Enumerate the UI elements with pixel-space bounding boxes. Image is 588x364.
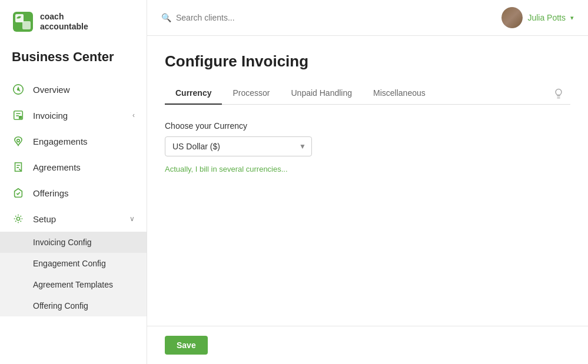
tab-currency[interactable]: Currency [165,82,222,105]
sidebar: coachaccountable Business Center Overvie… [0,0,147,364]
sidebar-subitem-agreement-templates-label: Agreement Templates [33,280,113,289]
form-section: Choose your Currency US Dollar ($) Euro … [165,121,459,174]
sidebar-subitem-engagement-config[interactable]: Engagement Config [0,253,147,274]
logo-text: coachaccountable [40,12,88,32]
sidebar-title: Business Center [0,44,147,76]
page-footer: Save [147,326,588,364]
invoicing-icon [12,109,25,122]
user-chevron-icon: ▾ [570,14,574,22]
tab-miscellaneous[interactable]: Miscellaneous [363,82,436,105]
sidebar-item-agreements-label: Agreements [33,162,135,172]
sidebar-item-offerings[interactable]: Offerings [0,180,147,206]
setup-icon [12,212,25,225]
search-box: 🔍 [161,13,494,22]
user-name: Julia Potts [527,13,566,22]
svg-point-7 [17,139,20,142]
main-content: 🔍 Julia Potts ▾ Configure Invoicing Curr… [147,0,588,364]
sidebar-item-overview[interactable]: Overview [0,76,147,102]
lightbulb-icon-button[interactable] [547,83,570,104]
setup-chevron-icon: ∨ [129,215,135,223]
choose-currency-label: Choose your Currency [165,121,459,131]
offerings-icon [12,186,25,199]
sidebar-logo: coachaccountable [0,0,147,44]
avatar [501,7,523,28]
sidebar-nav: Overview Invoicing ‹ Engagement [0,76,147,364]
sidebar-item-offerings-label: Offerings [33,188,135,198]
sidebar-subitem-offering-config[interactable]: Offering Config [0,295,147,316]
page-inner: Configure Invoicing Currency Processor U… [147,36,588,326]
search-icon: 🔍 [161,13,171,22]
sidebar-subitem-invoicing-config-label: Invoicing Config [33,238,92,247]
lightbulb-icon [553,88,564,99]
sidebar-subitem-agreement-templates[interactable]: Agreement Templates [0,274,147,295]
sidebar-item-engagements[interactable]: Engagements [0,128,147,154]
sidebar-item-setup-label: Setup [33,214,121,224]
sidebar-item-overview-label: Overview [33,85,135,95]
save-button[interactable]: Save [165,336,208,355]
multi-currency-link[interactable]: Actually, I bill in several currencies..… [165,165,288,173]
tabs: Currency Processor Unpaid Handling Misce… [165,82,570,105]
svg-point-8 [16,217,19,220]
currency-select-wrapper: US Dollar ($) Euro (€) British Pound (£)… [165,136,312,156]
svg-rect-6 [19,116,22,119]
user-area[interactable]: Julia Potts ▾ [501,7,574,28]
tab-processor[interactable]: Processor [222,82,280,105]
search-input[interactable] [176,13,494,22]
page-title: Configure Invoicing [165,52,570,71]
sidebar-item-invoicing[interactable]: Invoicing ‹ [0,102,147,128]
svg-rect-2 [22,21,31,29]
agreements-icon [12,161,25,173]
overview-icon [12,83,25,96]
sidebar-subitem-engagement-config-label: Engagement Config [33,259,106,268]
svg-point-4 [18,89,19,91]
sidebar-item-setup[interactable]: Setup ∨ [0,206,147,232]
page-content: Configure Invoicing Currency Processor U… [147,36,588,364]
tab-unpaid-handling[interactable]: Unpaid Handling [281,82,363,105]
sidebar-subitem-offering-config-label: Offering Config [33,301,88,310]
invoicing-arrow-icon: ‹ [132,111,135,119]
sidebar-item-agreements[interactable]: Agreements [0,154,147,180]
currency-select[interactable]: US Dollar ($) Euro (€) British Pound (£)… [165,136,312,156]
sidebar-subitem-invoicing-config[interactable]: Invoicing Config [0,232,147,253]
logo-icon [12,11,34,33]
topbar: 🔍 Julia Potts ▾ [147,0,588,36]
sidebar-item-invoicing-label: Invoicing [33,111,124,121]
engagements-icon [12,135,25,148]
sidebar-item-engagements-label: Engagements [33,136,135,146]
